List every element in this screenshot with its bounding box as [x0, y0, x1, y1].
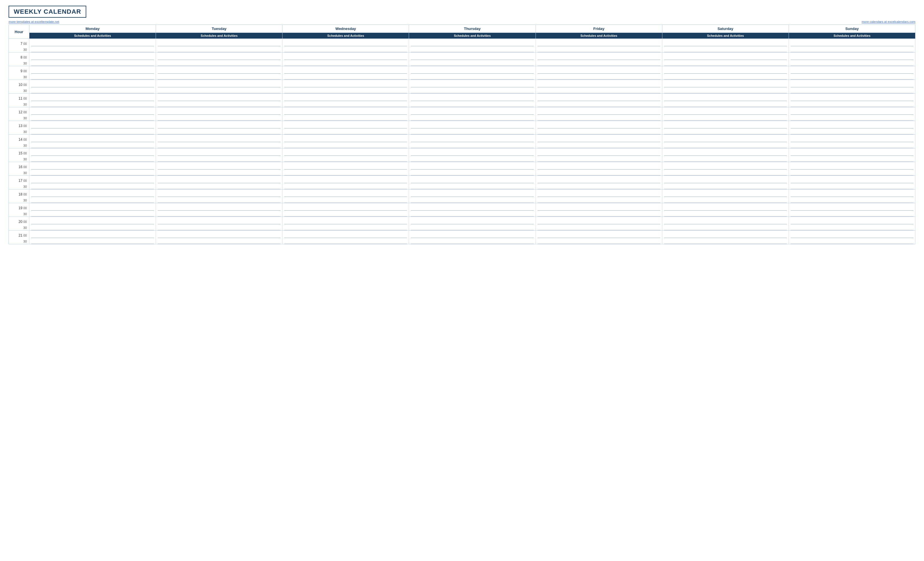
schedule-cell[interactable]	[662, 60, 789, 66]
schedule-cell[interactable]	[536, 60, 662, 66]
schedule-cell[interactable]	[282, 66, 409, 73]
schedule-cell[interactable]	[282, 94, 409, 101]
schedule-cell[interactable]	[29, 107, 156, 115]
schedule-cell[interactable]	[789, 224, 915, 230]
schedule-cell[interactable]	[789, 142, 915, 148]
schedule-cell[interactable]	[282, 115, 409, 121]
schedule-cell[interactable]	[29, 142, 156, 148]
schedule-cell[interactable]	[156, 238, 282, 244]
schedule-cell[interactable]	[789, 197, 915, 203]
schedule-cell[interactable]	[156, 129, 282, 135]
schedule-cell[interactable]	[536, 39, 662, 46]
schedule-cell[interactable]	[536, 87, 662, 94]
schedule-cell[interactable]	[282, 121, 409, 129]
schedule-cell[interactable]	[409, 148, 536, 156]
schedule-cell[interactable]	[156, 39, 282, 46]
schedule-cell[interactable]	[662, 183, 789, 190]
schedule-cell[interactable]	[29, 101, 156, 107]
schedule-cell[interactable]	[662, 121, 789, 129]
schedule-cell[interactable]	[29, 203, 156, 211]
schedule-cell[interactable]	[662, 169, 789, 176]
schedule-cell[interactable]	[409, 224, 536, 230]
schedule-cell[interactable]	[409, 217, 536, 224]
schedule-cell[interactable]	[29, 73, 156, 80]
schedule-cell[interactable]	[29, 176, 156, 183]
schedule-cell[interactable]	[536, 190, 662, 197]
schedule-cell[interactable]	[29, 169, 156, 176]
schedule-cell[interactable]	[662, 115, 789, 121]
schedule-cell[interactable]	[282, 60, 409, 66]
schedule-cell[interactable]	[29, 162, 156, 169]
schedule-cell[interactable]	[282, 203, 409, 211]
schedule-cell[interactable]	[536, 73, 662, 80]
schedule-cell[interactable]	[789, 156, 915, 162]
schedule-cell[interactable]	[536, 162, 662, 169]
schedule-cell[interactable]	[409, 107, 536, 115]
schedule-cell[interactable]	[662, 39, 789, 46]
schedule-cell[interactable]	[156, 121, 282, 129]
schedule-cell[interactable]	[282, 211, 409, 217]
schedule-cell[interactable]	[156, 115, 282, 121]
schedule-cell[interactable]	[156, 217, 282, 224]
schedule-cell[interactable]	[789, 101, 915, 107]
schedule-cell[interactable]	[409, 183, 536, 190]
schedule-cell[interactable]	[789, 52, 915, 60]
schedule-cell[interactable]	[536, 197, 662, 203]
schedule-cell[interactable]	[662, 156, 789, 162]
schedule-cell[interactable]	[789, 46, 915, 52]
schedule-cell[interactable]	[282, 148, 409, 156]
schedule-cell[interactable]	[409, 66, 536, 73]
schedule-cell[interactable]	[282, 39, 409, 46]
schedule-cell[interactable]	[536, 224, 662, 230]
link-left[interactable]: more templates at exceltemplate.net	[9, 20, 59, 23]
schedule-cell[interactable]	[156, 107, 282, 115]
schedule-cell[interactable]	[536, 203, 662, 211]
schedule-cell[interactable]	[156, 46, 282, 52]
schedule-cell[interactable]	[409, 39, 536, 46]
schedule-cell[interactable]	[156, 66, 282, 73]
schedule-cell[interactable]	[536, 183, 662, 190]
schedule-cell[interactable]	[29, 115, 156, 121]
schedule-cell[interactable]	[156, 148, 282, 156]
schedule-cell[interactable]	[156, 162, 282, 169]
schedule-cell[interactable]	[409, 101, 536, 107]
schedule-cell[interactable]	[662, 211, 789, 217]
schedule-cell[interactable]	[29, 46, 156, 52]
schedule-cell[interactable]	[662, 66, 789, 73]
schedule-cell[interactable]	[29, 224, 156, 230]
schedule-cell[interactable]	[789, 121, 915, 129]
schedule-cell[interactable]	[536, 230, 662, 238]
schedule-cell[interactable]	[789, 169, 915, 176]
schedule-cell[interactable]	[789, 80, 915, 87]
schedule-cell[interactable]	[29, 190, 156, 197]
schedule-cell[interactable]	[789, 66, 915, 73]
schedule-cell[interactable]	[156, 156, 282, 162]
schedule-cell[interactable]	[789, 60, 915, 66]
schedule-cell[interactable]	[536, 101, 662, 107]
schedule-cell[interactable]	[29, 80, 156, 87]
schedule-cell[interactable]	[536, 94, 662, 101]
schedule-cell[interactable]	[662, 238, 789, 244]
schedule-cell[interactable]	[156, 169, 282, 176]
schedule-cell[interactable]	[789, 87, 915, 94]
schedule-cell[interactable]	[282, 183, 409, 190]
schedule-cell[interactable]	[409, 129, 536, 135]
schedule-cell[interactable]	[282, 46, 409, 52]
schedule-cell[interactable]	[156, 230, 282, 238]
schedule-cell[interactable]	[536, 46, 662, 52]
schedule-cell[interactable]	[536, 66, 662, 73]
schedule-cell[interactable]	[409, 121, 536, 129]
schedule-cell[interactable]	[409, 197, 536, 203]
schedule-cell[interactable]	[29, 60, 156, 66]
schedule-cell[interactable]	[536, 107, 662, 115]
schedule-cell[interactable]	[409, 80, 536, 87]
schedule-cell[interactable]	[789, 107, 915, 115]
schedule-cell[interactable]	[789, 148, 915, 156]
schedule-cell[interactable]	[29, 52, 156, 60]
schedule-cell[interactable]	[409, 162, 536, 169]
schedule-cell[interactable]	[156, 80, 282, 87]
schedule-cell[interactable]	[282, 162, 409, 169]
schedule-cell[interactable]	[789, 135, 915, 142]
schedule-cell[interactable]	[282, 176, 409, 183]
schedule-cell[interactable]	[156, 94, 282, 101]
